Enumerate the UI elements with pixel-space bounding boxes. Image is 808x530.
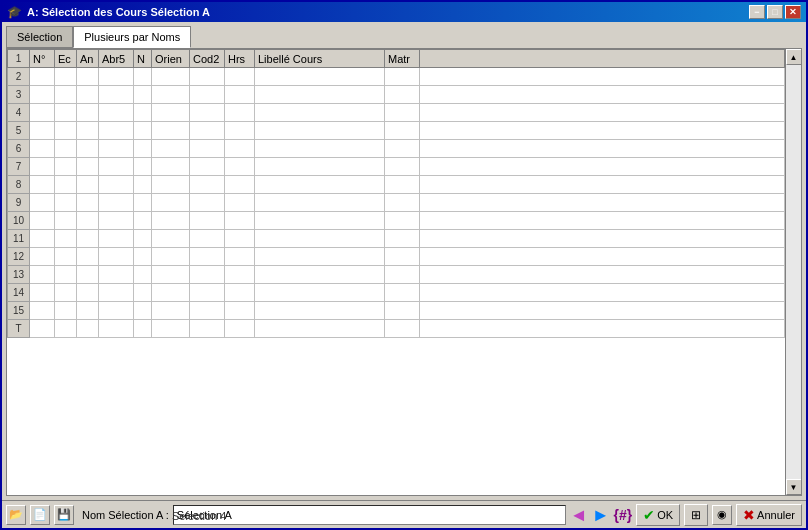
data-cell[interactable] (385, 248, 420, 266)
data-cell[interactable] (30, 248, 55, 266)
table-row[interactable]: 12 (8, 248, 785, 266)
data-cell[interactable] (420, 248, 785, 266)
data-cell[interactable] (134, 230, 152, 248)
data-cell[interactable] (225, 140, 255, 158)
data-cell[interactable] (152, 284, 190, 302)
data-cell[interactable] (55, 86, 77, 104)
data-cell[interactable] (30, 212, 55, 230)
nom-input[interactable] (173, 505, 566, 525)
data-cell[interactable] (152, 86, 190, 104)
grid-button[interactable]: ⊞ (684, 504, 708, 526)
data-cell[interactable] (134, 122, 152, 140)
table-row[interactable]: 5 (8, 122, 785, 140)
data-cell[interactable] (385, 194, 420, 212)
data-cell[interactable] (134, 302, 152, 320)
new-icon[interactable]: 📄 (30, 505, 50, 525)
data-cell[interactable] (190, 284, 225, 302)
data-cell[interactable] (77, 176, 99, 194)
table-row[interactable]: 11 (8, 230, 785, 248)
close-button[interactable]: ✕ (785, 5, 801, 19)
data-cell[interactable] (190, 320, 225, 338)
data-cell[interactable] (30, 284, 55, 302)
table-row[interactable]: 14 (8, 284, 785, 302)
table-row[interactable]: 9 (8, 194, 785, 212)
data-cell[interactable] (99, 140, 134, 158)
data-cell[interactable] (134, 176, 152, 194)
data-cell[interactable] (255, 284, 385, 302)
data-cell[interactable] (77, 158, 99, 176)
table-row[interactable]: 2 (8, 68, 785, 86)
data-cell[interactable] (385, 176, 420, 194)
data-cell[interactable] (30, 320, 55, 338)
ok-button[interactable]: ✔ OK (636, 504, 680, 526)
data-cell[interactable] (99, 302, 134, 320)
data-cell[interactable] (225, 176, 255, 194)
data-cell[interactable] (77, 320, 99, 338)
data-cell[interactable] (55, 68, 77, 86)
data-cell[interactable] (225, 302, 255, 320)
tab-selection[interactable]: Sélection (6, 26, 73, 48)
data-cell[interactable] (190, 104, 225, 122)
data-cell[interactable] (255, 68, 385, 86)
data-cell[interactable] (30, 104, 55, 122)
data-cell[interactable] (99, 284, 134, 302)
data-cell[interactable] (385, 212, 420, 230)
data-cell[interactable] (152, 140, 190, 158)
data-cell[interactable] (30, 194, 55, 212)
data-cell[interactable] (255, 320, 385, 338)
data-cell[interactable] (134, 68, 152, 86)
data-cell[interactable] (30, 122, 55, 140)
data-cell[interactable] (152, 104, 190, 122)
data-cell[interactable] (55, 194, 77, 212)
data-cell[interactable] (152, 266, 190, 284)
data-cell[interactable] (225, 230, 255, 248)
data-cell[interactable] (99, 86, 134, 104)
scroll-down-button[interactable]: ▼ (786, 479, 802, 495)
data-cell[interactable] (420, 302, 785, 320)
data-cell[interactable] (77, 140, 99, 158)
data-cell[interactable] (30, 302, 55, 320)
data-cell[interactable] (225, 104, 255, 122)
table-row[interactable]: 7 (8, 158, 785, 176)
data-cell[interactable] (77, 68, 99, 86)
data-cell[interactable] (55, 212, 77, 230)
data-cell[interactable] (55, 248, 77, 266)
table-row[interactable]: 10 (8, 212, 785, 230)
data-cell[interactable] (30, 140, 55, 158)
data-cell[interactable] (134, 320, 152, 338)
data-cell[interactable] (55, 104, 77, 122)
data-cell[interactable] (77, 302, 99, 320)
data-cell[interactable] (99, 122, 134, 140)
data-cell[interactable] (190, 194, 225, 212)
data-cell[interactable] (255, 230, 385, 248)
data-cell[interactable] (420, 176, 785, 194)
data-cell[interactable] (55, 302, 77, 320)
data-cell[interactable] (99, 320, 134, 338)
data-cell[interactable] (225, 86, 255, 104)
data-cell[interactable] (55, 158, 77, 176)
data-cell[interactable] (99, 68, 134, 86)
data-cell[interactable] (77, 230, 99, 248)
data-cell[interactable] (190, 122, 225, 140)
data-cell[interactable] (420, 140, 785, 158)
data-cell[interactable] (420, 320, 785, 338)
data-cell[interactable] (30, 68, 55, 86)
data-cell[interactable] (385, 104, 420, 122)
prev-arrow-button[interactable]: ◄ (570, 506, 588, 524)
data-cell[interactable] (190, 230, 225, 248)
scroll-up-button[interactable]: ▲ (786, 49, 802, 65)
data-cell[interactable] (225, 68, 255, 86)
data-cell[interactable] (152, 212, 190, 230)
data-cell[interactable] (77, 266, 99, 284)
table-row[interactable]: 3 (8, 86, 785, 104)
data-cell[interactable] (225, 266, 255, 284)
data-cell[interactable] (55, 176, 77, 194)
data-cell[interactable] (77, 284, 99, 302)
data-cell[interactable] (420, 194, 785, 212)
data-cell[interactable] (385, 122, 420, 140)
data-cell[interactable] (134, 194, 152, 212)
data-cell[interactable] (255, 86, 385, 104)
data-cell[interactable] (225, 194, 255, 212)
data-cell[interactable] (55, 284, 77, 302)
data-cell[interactable] (134, 248, 152, 266)
